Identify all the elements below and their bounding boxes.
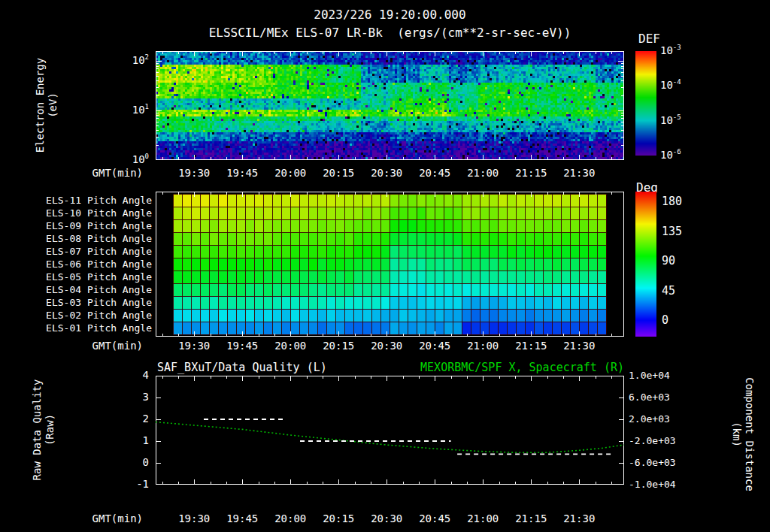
time-tick-label: 20:30 [364,167,409,179]
quality-distance-line-plot [156,376,624,485]
time-tick-label: 21:00 [460,340,505,352]
time-tick-label: 21:30 [556,340,602,352]
component-distance-axis-label: Component Distance (km) [730,352,756,517]
raw-data-quality-axis-label: Raw Data Quality (Raw) [31,347,56,512]
deg-colorbar [635,192,656,337]
time-tick-label: 20:30 [364,512,409,524]
time-tick-label: 19:30 [171,512,217,524]
distance-tick-label: -2.0e+03 [629,435,676,446]
time-axis-labels-pitch: GMT(min)19:3019:4520:0020:1520:3020:4521… [0,340,770,353]
pitch-row-label: ELS-07 Pitch Angle [29,246,152,257]
deg-tick-label: 180 [662,195,682,208]
def-colorbar-title: DEF [638,32,660,46]
bottom-right-title: MEXORBMC/SPF X, Spacecraft (R) [420,361,624,374]
gmt-axis-label: GMT(min) [80,340,143,352]
pitch-row-label: ELS-01 Pitch Angle [29,322,152,334]
log-tick-label: 10-3 [660,44,681,56]
time-tick-label: 19:30 [171,167,217,179]
pitch-row-label: ELS-10 Pitch Angle [29,207,152,219]
time-tick-label: 20:00 [268,512,313,524]
gmt-axis-label: GMT(min) [80,512,143,524]
pitch-row-label: ELS-06 Pitch Angle [29,258,152,270]
deg-tick-label: 135 [662,225,682,238]
quality-tick-label: 1 [119,434,149,446]
time-tick-label: 20:00 [268,340,313,352]
time-tick-label: 21:15 [508,340,553,352]
deg-tick-label: 90 [662,254,675,268]
pitch-row-label: ELS-04 Pitch Angle [29,284,152,295]
pitch-row-label: ELS-03 Pitch Angle [29,297,152,308]
gmt-axis-label: GMT(min) [80,167,143,179]
quality-tick-label: 4 [119,369,149,381]
pitch-angle-heatmap [156,192,624,337]
log-tick-label: 101 [114,103,149,116]
log-tick-label: 10-4 [660,78,681,91]
deg-tick-label: 0 [662,313,668,327]
quality-tick-label: 3 [119,391,149,403]
axis-label-line: (eV) [47,23,59,188]
distance-tick-label: 6.0e+03 [629,391,670,403]
pitch-row-label: ELS-11 Pitch Angle [29,195,152,206]
datetime-title: 2023/226 19:20:00.000 [156,8,624,22]
log-tick-label: 102 [114,53,149,66]
distance-tick-label: 1.0e+04 [629,370,670,381]
axis-label-line: (km) [730,352,743,517]
distance-tick-label: -1.0e+04 [629,479,676,490]
time-tick-label: 19:30 [171,340,217,352]
time-tick-label: 20:30 [364,340,409,352]
time-tick-label: 19:45 [220,340,265,352]
deg-tick-label: 45 [662,284,675,298]
def-colorbar [635,51,656,156]
quality-tick-label: 0 [119,456,149,468]
electron-spectrogram-heatmap [156,51,624,160]
distance-tick-label: 2.0e+03 [629,413,670,425]
distance-tick-label: -6.0e+03 [629,457,676,468]
time-tick-label: 20:45 [412,340,457,352]
time-tick-label: 21:00 [460,167,505,179]
time-axis-labels-bottom: GMT(min)19:3019:4520:0020:1520:3020:4521… [0,512,770,526]
pitch-row-label: ELS-08 Pitch Angle [29,233,152,244]
pitch-row-label: ELS-09 Pitch Angle [29,220,152,231]
log-tick-label: 10-6 [660,148,681,161]
axis-label-line: Component Distance [743,352,756,517]
pitch-row-label: ELS-02 Pitch Angle [29,310,152,321]
time-tick-label: 20:45 [412,512,457,524]
time-tick-label: 21:15 [508,512,553,524]
axis-label-line: Raw Data Quality [31,347,44,512]
time-tick-label: 21:15 [508,167,553,179]
pitch-row-label: ELS-05 Pitch Angle [29,271,152,283]
time-tick-label: 20:15 [316,167,361,179]
time-tick-label: 20:15 [316,512,361,524]
cdaweb-plot-stack: 2023/226 19:20:00.000 ELSSCIL/MEx ELS-07… [0,0,770,532]
time-axis-labels-spectrogram: GMT(min)19:3019:4520:0020:1520:3020:4521… [0,167,770,180]
time-tick-label: 21:00 [460,512,505,524]
time-tick-label: 19:45 [220,512,265,524]
log-tick-label: 100 [114,153,149,165]
log-tick-label: 10-5 [660,113,681,126]
bottom-left-title: SAF_BXuT/Data Quality (L) [157,361,327,374]
time-tick-label: 20:00 [268,167,313,179]
electron-energy-axis-label: Electron Energy (eV) [34,23,59,188]
quality-tick-label: -1 [119,478,149,490]
instrument-title: ELSSCIL/MEx ELS-07 LR-Bk (ergs/(cm**2-sr… [118,26,662,40]
time-tick-label: 20:45 [412,167,457,179]
time-tick-label: 20:15 [316,340,361,352]
time-tick-label: 19:45 [220,167,265,179]
quality-tick-label: 2 [119,413,149,425]
axis-label-line: Electron Energy [34,23,47,188]
time-tick-label: 21:30 [556,167,602,179]
time-tick-label: 21:30 [556,512,602,524]
axis-label-line: (Raw) [44,347,56,512]
